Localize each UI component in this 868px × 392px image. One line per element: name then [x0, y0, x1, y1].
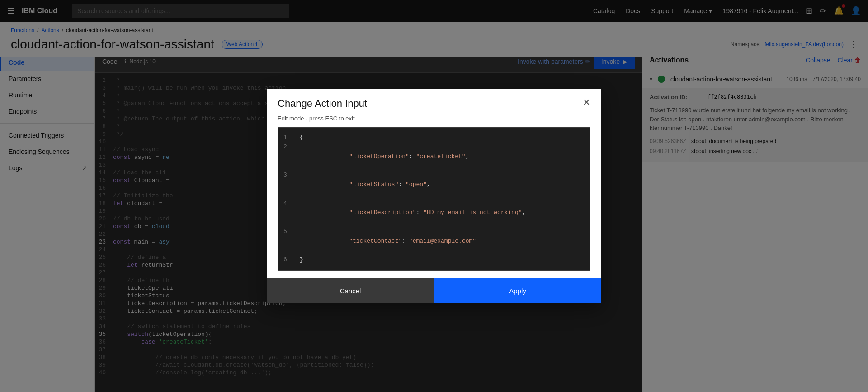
modal-subtitle: Edit mode - press ESC to exit: [267, 115, 601, 127]
modal-editor[interactable]: 1 { 2 "ticketOperation": "createTicket",…: [278, 127, 590, 271]
modal-header: Change Action Input ✕: [267, 89, 601, 115]
apply-button[interactable]: Apply: [434, 278, 601, 303]
modal-overlay[interactable]: Change Action Input ✕ Edit mode - press …: [0, 0, 868, 392]
modal-code-line: 4 "ticketDescription": "HD my email is n…: [283, 199, 585, 227]
change-action-input-modal: Change Action Input ✕ Edit mode - press …: [267, 89, 601, 303]
modal-code-line: 1 {: [283, 133, 585, 143]
modal-code-line: 2 "ticketOperation": "createTicket",: [283, 143, 585, 171]
cancel-button[interactable]: Cancel: [267, 278, 434, 303]
modal-code-line: 6 }: [283, 255, 585, 265]
modal-title: Change Action Input: [278, 98, 367, 110]
modal-footer: Cancel Apply: [267, 278, 601, 303]
modal-code-line: 3 "ticketStatus": "open",: [283, 171, 585, 199]
modal-close-button[interactable]: ✕: [583, 98, 590, 107]
modal-code-line: 5 "ticketContact": "email@example.com": [283, 227, 585, 255]
